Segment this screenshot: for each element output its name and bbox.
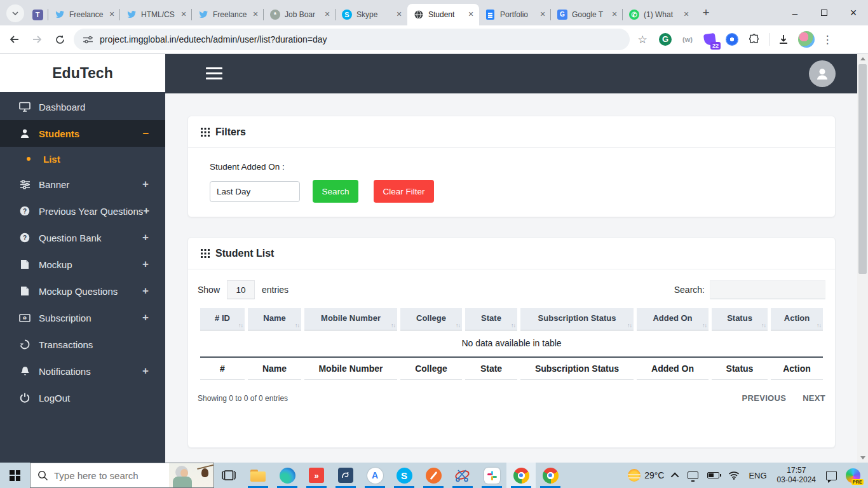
sidebar-item-transactions[interactable]: Transactions bbox=[0, 331, 165, 358]
start-button[interactable] bbox=[0, 463, 30, 488]
new-tab-button[interactable]: + bbox=[697, 4, 715, 22]
tab-portfolio[interactable]: Portfolio × bbox=[479, 4, 551, 25]
sidebar-item-subscription[interactable]: 1 Subscription + bbox=[0, 304, 165, 331]
reload-button[interactable] bbox=[51, 30, 69, 48]
sidebar-item-banner[interactable]: Banner + bbox=[0, 171, 165, 198]
file-explorer-button[interactable] bbox=[243, 463, 273, 488]
sidebar-item-logout[interactable]: LogOut bbox=[0, 384, 165, 411]
tray-overflow-chevron-icon[interactable] bbox=[668, 463, 683, 488]
blue-extension-icon[interactable] bbox=[724, 31, 740, 48]
tab-whatsapp[interactable]: ✆ (1) What × bbox=[623, 4, 695, 25]
downloads-button[interactable] bbox=[775, 31, 792, 48]
sort-icon[interactable]: ↑↓ bbox=[761, 322, 766, 329]
task-view-button[interactable] bbox=[214, 463, 243, 488]
browser-menu-icon[interactable]: ⋮ bbox=[820, 33, 835, 46]
scroll-down-icon[interactable] bbox=[857, 453, 868, 463]
extensions-puzzle-icon[interactable] bbox=[746, 31, 763, 48]
tab-close-icon[interactable]: × bbox=[538, 10, 548, 20]
close-window-button[interactable]: × bbox=[839, 0, 868, 25]
restore-button[interactable] bbox=[810, 0, 839, 25]
collapse-icon[interactable]: – bbox=[143, 127, 149, 140]
sort-icon[interactable]: ↑↓ bbox=[817, 322, 821, 329]
table-search-input[interactable] bbox=[710, 280, 825, 299]
tab-job-board[interactable]: * Job Boar × bbox=[264, 4, 336, 25]
search-button[interactable]: Search bbox=[313, 180, 358, 203]
wayback-extension-icon[interactable]: (w) bbox=[679, 31, 696, 48]
tab-google-translate[interactable]: G Google T × bbox=[551, 4, 623, 25]
search-highlight-image[interactable] bbox=[169, 463, 214, 487]
tab-student-active[interactable]: Student × bbox=[407, 4, 479, 25]
tab-close-icon[interactable]: × bbox=[394, 10, 404, 20]
forward-button[interactable] bbox=[28, 30, 46, 48]
purple-extension-icon[interactable]: 22 bbox=[702, 31, 718, 48]
column-header-mobile[interactable]: Mobile Number↑↓ bbox=[304, 308, 397, 330]
expand-icon[interactable]: + bbox=[142, 258, 149, 271]
expand-icon[interactable]: + bbox=[142, 285, 149, 297]
sidebar-item-previous-year-questions[interactable]: ? Previous Year Questions + bbox=[0, 198, 165, 224]
url-text[interactable]: project.imgglobal.in/edutech/admin/user/… bbox=[100, 34, 327, 44]
tablet-mode-icon[interactable] bbox=[683, 463, 703, 488]
column-header-added-on[interactable]: Added On↑↓ bbox=[637, 308, 709, 330]
sort-icon[interactable]: ↑↓ bbox=[511, 322, 515, 329]
scrollbar-thumb[interactable] bbox=[858, 64, 867, 274]
tab-search-chevron-icon[interactable] bbox=[6, 4, 24, 22]
duration-select[interactable]: Last Day bbox=[210, 181, 300, 202]
language-indicator[interactable]: ENG bbox=[744, 463, 771, 488]
drafting-app-button[interactable]: A bbox=[360, 463, 390, 488]
tab-htmlcss[interactable]: HTML/CS × bbox=[120, 4, 192, 25]
clock-widget[interactable]: 17:57 03-04-2024 bbox=[771, 466, 822, 485]
bookmark-star-icon[interactable]: ☆ bbox=[634, 30, 651, 48]
clear-filter-button[interactable]: Clear Filter bbox=[374, 180, 434, 203]
sort-icon[interactable]: ↑↓ bbox=[391, 322, 395, 329]
action-center-icon[interactable] bbox=[822, 463, 841, 488]
skype-button[interactable]: S bbox=[390, 463, 419, 488]
page-size-select[interactable]: 10 bbox=[227, 280, 255, 299]
tab-skype[interactable]: S Skype × bbox=[336, 4, 407, 25]
copilot-button[interactable]: PRE bbox=[841, 463, 868, 488]
sidebar-item-dashboard[interactable]: Dashboard bbox=[0, 93, 165, 120]
sidebar-item-mockup[interactable]: Mockup + bbox=[0, 251, 165, 278]
sidebar-item-notifications[interactable]: Notifications + bbox=[0, 358, 165, 384]
expand-icon[interactable]: + bbox=[142, 365, 149, 377]
sidebar-item-list[interactable]: List bbox=[0, 147, 165, 171]
orange-pen-app-button[interactable] bbox=[419, 463, 448, 488]
tab-close-icon[interactable]: × bbox=[681, 10, 691, 20]
scroll-up-icon[interactable] bbox=[857, 54, 868, 64]
expand-icon[interactable]: + bbox=[142, 231, 149, 244]
slack-button[interactable] bbox=[477, 463, 506, 488]
tab-close-icon[interactable]: × bbox=[609, 10, 620, 20]
column-header-subscription[interactable]: Subscription Status↑↓ bbox=[520, 308, 634, 330]
column-header-state[interactable]: State↑↓ bbox=[465, 308, 517, 330]
back-button[interactable] bbox=[5, 30, 23, 48]
edge-button[interactable] bbox=[273, 463, 302, 488]
previous-page-button[interactable]: PREVIOUS bbox=[742, 393, 787, 403]
chrome-button-active[interactable] bbox=[506, 463, 536, 488]
chrome-button-2[interactable] bbox=[536, 463, 565, 488]
tab-freelance-2[interactable]: Freelance × bbox=[192, 4, 264, 25]
sidebar-item-students[interactable]: Students – bbox=[0, 120, 165, 147]
tab-close-icon[interactable]: × bbox=[179, 10, 189, 20]
taskbar-search-box[interactable] bbox=[30, 463, 214, 488]
expand-icon[interactable]: + bbox=[142, 178, 149, 191]
brand-logo[interactable]: EduTech bbox=[0, 54, 165, 92]
address-bar[interactable]: project.imgglobal.in/edutech/admin/user/… bbox=[74, 29, 630, 50]
wifi-icon[interactable] bbox=[724, 463, 744, 488]
next-page-button[interactable]: NEXT bbox=[803, 393, 825, 403]
tab-close-icon[interactable]: × bbox=[250, 10, 261, 20]
sort-icon[interactable]: ↑↓ bbox=[295, 322, 299, 329]
anydesk-button[interactable]: » bbox=[302, 463, 331, 488]
column-header-action[interactable]: Action↑↓ bbox=[771, 308, 823, 330]
pinned-tab-teams[interactable]: T bbox=[27, 4, 48, 25]
weather-widget[interactable]: 29°C bbox=[623, 463, 668, 488]
browser-profile-avatar[interactable] bbox=[798, 31, 815, 48]
page-scrollbar[interactable] bbox=[857, 54, 868, 463]
sidebar-item-question-bank[interactable]: ? Question Bank + bbox=[0, 224, 165, 251]
user-avatar[interactable] bbox=[809, 60, 836, 87]
sort-icon[interactable]: ↑↓ bbox=[238, 322, 243, 329]
battery-icon[interactable] bbox=[703, 463, 724, 488]
tab-close-icon[interactable]: × bbox=[466, 10, 476, 20]
minimize-button[interactable]: – bbox=[780, 0, 810, 25]
taskbar-search-input[interactable] bbox=[54, 470, 169, 481]
pgadmin-button[interactable] bbox=[331, 463, 360, 488]
column-header-id[interactable]: # ID↑↓ bbox=[200, 308, 245, 330]
